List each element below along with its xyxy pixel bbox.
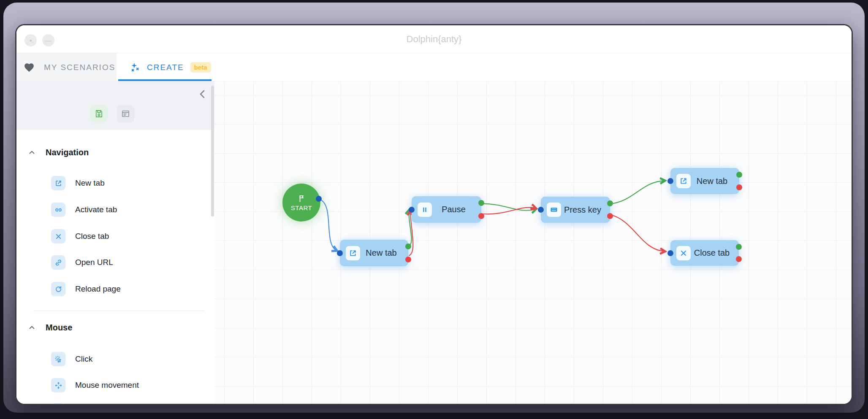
block-label: Mouse movement bbox=[75, 381, 139, 390]
edge-presskey-newtab2-success[interactable] bbox=[609, 181, 665, 204]
input-port[interactable] bbox=[667, 250, 673, 256]
error-port[interactable] bbox=[736, 184, 742, 190]
block-reload-page[interactable]: Reload page bbox=[51, 276, 121, 302]
success-port[interactable] bbox=[405, 243, 411, 249]
error-port[interactable] bbox=[607, 213, 613, 219]
sidebar-scrollbar[interactable] bbox=[211, 86, 214, 216]
output-port[interactable] bbox=[316, 196, 322, 202]
node-press-key[interactable]: Press key bbox=[541, 197, 610, 223]
blocks-sidebar: Navigation New tab Activate tab Close ta… bbox=[16, 81, 214, 404]
input-port[interactable] bbox=[667, 178, 673, 184]
sparkles-icon bbox=[129, 62, 141, 73]
title-bar: Dolphin{anty} ● — bbox=[16, 25, 852, 53]
click-icon bbox=[51, 352, 65, 366]
flag-icon bbox=[297, 194, 306, 203]
sidebar-header bbox=[16, 81, 214, 130]
success-port[interactable] bbox=[478, 200, 484, 206]
block-new-tab[interactable]: New tab bbox=[51, 170, 105, 196]
keyboard-icon bbox=[547, 203, 561, 217]
log-icon bbox=[121, 109, 130, 119]
node-pause[interactable]: Pause bbox=[412, 196, 481, 223]
success-port[interactable] bbox=[607, 200, 613, 206]
open-url-icon bbox=[51, 255, 65, 270]
mouse-movement-icon bbox=[51, 378, 65, 392]
minimize-icon: — bbox=[42, 34, 54, 46]
block-click[interactable]: Click bbox=[51, 346, 92, 372]
node-close-tab[interactable]: Close tab bbox=[670, 240, 739, 266]
save-scenario-button[interactable] bbox=[90, 105, 108, 122]
block-label: Open URL bbox=[75, 258, 113, 267]
error-port[interactable] bbox=[478, 213, 484, 219]
chevron-up-icon bbox=[28, 149, 35, 156]
section-mouse[interactable]: Mouse bbox=[28, 321, 72, 334]
node-label: Close tab bbox=[691, 248, 733, 258]
success-port[interactable] bbox=[736, 172, 742, 178]
new-tab-icon bbox=[676, 174, 691, 188]
node-label: START bbox=[291, 204, 312, 211]
scenario-canvas[interactable]: START New tab Pause Press key New bbox=[214, 81, 852, 404]
node-label: New tab bbox=[691, 176, 733, 186]
tab-bar: MY SCENARIOS CREATE beta bbox=[16, 53, 852, 81]
input-port[interactable] bbox=[409, 207, 415, 213]
block-label: Reload page bbox=[75, 284, 121, 294]
close-tab-icon bbox=[676, 246, 691, 260]
save-icon bbox=[94, 109, 104, 119]
app-title: Dolphin{anty} bbox=[16, 25, 852, 53]
edge-start-newtab1[interactable] bbox=[319, 199, 337, 251]
section-navigation[interactable]: Navigation bbox=[28, 146, 89, 159]
tab-create[interactable]: CREATE beta bbox=[117, 53, 212, 81]
window-minimize-button[interactable]: — bbox=[42, 34, 54, 46]
beta-badge: beta bbox=[190, 62, 211, 73]
scroll-icon bbox=[51, 403, 65, 405]
tab-create-label: CREATE bbox=[147, 63, 184, 72]
block-label: Click bbox=[75, 354, 92, 364]
input-port[interactable] bbox=[538, 207, 544, 213]
chevron-left-icon bbox=[198, 89, 208, 99]
block-close-tab[interactable]: Close tab bbox=[51, 223, 109, 249]
active-tab-indicator bbox=[118, 79, 212, 81]
block-open-url[interactable]: Open URL bbox=[51, 249, 113, 276]
new-tab-icon bbox=[346, 246, 360, 260]
app-window: Dolphin{anty} ● — MY SCENARIOS CREATE be… bbox=[15, 24, 853, 405]
pause-icon bbox=[418, 203, 432, 217]
node-label: New tab bbox=[360, 248, 402, 258]
input-port[interactable] bbox=[337, 250, 343, 256]
new-tab-icon bbox=[51, 176, 65, 190]
chevron-up-icon bbox=[28, 324, 35, 331]
tab-my-scenarios[interactable]: MY SCENARIOS bbox=[16, 53, 117, 81]
block-activate-tab[interactable]: Activate tab bbox=[51, 197, 117, 223]
reload-page-icon bbox=[51, 282, 65, 296]
edges-layer bbox=[214, 81, 852, 404]
block-label: Close tab bbox=[75, 232, 109, 241]
node-label: Pause bbox=[432, 205, 475, 214]
block-mouse-movement[interactable]: Mouse movement bbox=[51, 372, 139, 398]
node-start[interactable]: START bbox=[282, 184, 320, 222]
edge-presskey-closetab-error[interactable] bbox=[609, 214, 665, 251]
node-label: Press key bbox=[561, 205, 604, 215]
window-back-button[interactable]: ● bbox=[24, 34, 37, 46]
heart-icon bbox=[24, 62, 35, 73]
node-new-tab-1[interactable]: New tab bbox=[340, 240, 408, 266]
error-port[interactable] bbox=[736, 256, 742, 262]
block-label: Activate tab bbox=[75, 205, 117, 214]
error-port[interactable] bbox=[405, 257, 411, 262]
activate-tab-icon bbox=[51, 203, 65, 217]
success-port[interactable] bbox=[736, 244, 742, 250]
node-new-tab-2[interactable]: New tab bbox=[670, 168, 739, 194]
section-title: Navigation bbox=[46, 148, 89, 157]
section-divider bbox=[33, 311, 204, 311]
collapse-sidebar-button[interactable] bbox=[197, 89, 208, 100]
back-dot-icon: ● bbox=[24, 34, 37, 46]
tab-my-scenarios-label: MY SCENARIOS bbox=[44, 63, 115, 72]
log-panel-button[interactable] bbox=[117, 105, 134, 122]
section-title: Mouse bbox=[46, 323, 72, 332]
close-tab-icon bbox=[51, 229, 65, 243]
block-scroll[interactable]: Scroll bbox=[51, 397, 95, 405]
block-label: New tab bbox=[75, 178, 105, 188]
